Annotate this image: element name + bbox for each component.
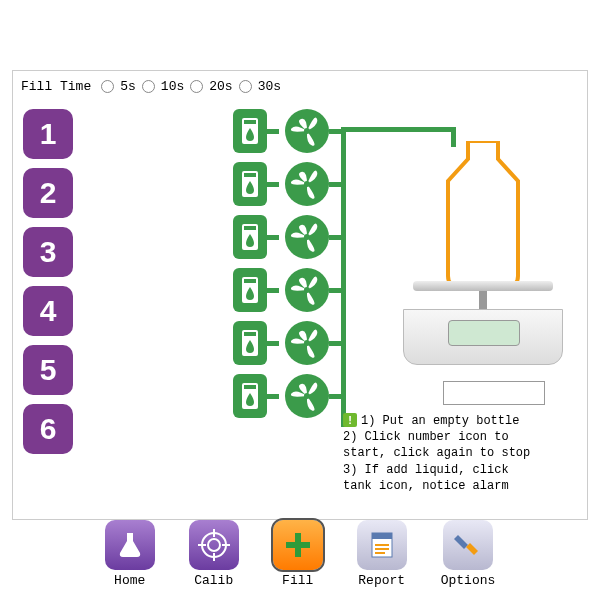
channel-row (233, 321, 341, 365)
channel-icons (233, 109, 341, 418)
channel-row (233, 268, 341, 312)
fill-time-opt: 5s (120, 79, 136, 94)
pump-icon[interactable] (285, 109, 329, 153)
instr-line: 1) Put an empty bottle (361, 414, 519, 428)
instr-line: 3) If add liquid, click (343, 463, 509, 477)
document-icon (357, 520, 407, 570)
connector (267, 341, 279, 346)
tank-icon[interactable] (233, 374, 267, 418)
svg-point-19 (208, 539, 220, 551)
tank-icon[interactable] (233, 215, 267, 259)
svg-rect-21 (372, 533, 392, 539)
connector (267, 182, 279, 187)
tank-icon[interactable] (233, 162, 267, 206)
connector (329, 129, 341, 134)
svg-point-17 (304, 393, 310, 399)
fill-time-radio-30s[interactable] (239, 80, 252, 93)
info-icon: ! (343, 413, 357, 427)
connector (267, 394, 279, 399)
target-icon (189, 520, 239, 570)
nav-home[interactable]: Home (105, 520, 155, 588)
nav-report[interactable]: Report (357, 520, 407, 588)
pipe-horz (341, 127, 451, 132)
channel-row (233, 374, 341, 418)
svg-rect-4 (244, 173, 256, 177)
connector (329, 235, 341, 240)
tank-icon[interactable] (233, 109, 267, 153)
nav-label: Fill (273, 573, 323, 588)
fill-time-radio-5s[interactable] (101, 80, 114, 93)
main-panel: Fill Time 5s 10s 20s 30s 1 2 3 4 5 6 !1)… (12, 70, 588, 520)
fill-time-radio-20s[interactable] (190, 80, 203, 93)
number-buttons: 1 2 3 4 5 6 (23, 109, 73, 454)
svg-point-5 (304, 181, 310, 187)
toolbar: Home Calib Fill Report Options (0, 520, 600, 588)
nav-options[interactable]: Options (441, 520, 496, 588)
instructions: !1) Put an empty bottle 2) Click number … (343, 413, 577, 494)
svg-rect-16 (244, 385, 256, 389)
channel-button-5[interactable]: 5 (23, 345, 73, 395)
pump-icon[interactable] (285, 321, 329, 365)
svg-point-2 (304, 128, 310, 134)
bottle-icon (428, 141, 538, 286)
fill-time-row: Fill Time 5s 10s 20s 30s (21, 79, 281, 94)
channel-row (233, 109, 341, 153)
instr-line: start, click again to stop (343, 446, 530, 460)
connector (329, 182, 341, 187)
nav-calib[interactable]: Calib (189, 520, 239, 588)
svg-rect-7 (244, 226, 256, 230)
connector (329, 394, 341, 399)
nav-label: Options (441, 573, 496, 588)
weight-input[interactable] (443, 381, 545, 405)
connector (267, 235, 279, 240)
fill-time-radio-10s[interactable] (142, 80, 155, 93)
svg-point-14 (304, 340, 310, 346)
nav-label: Report (357, 573, 407, 588)
channel-button-6[interactable]: 6 (23, 404, 73, 454)
svg-rect-10 (244, 279, 256, 283)
pump-icon[interactable] (285, 215, 329, 259)
pump-icon[interactable] (285, 162, 329, 206)
pipe-vert (341, 127, 346, 427)
pump-icon[interactable] (285, 374, 329, 418)
instr-line: 2) Click number icon to (343, 430, 509, 444)
channel-button-2[interactable]: 2 (23, 168, 73, 218)
channel-row (233, 215, 341, 259)
fill-time-opt: 30s (258, 79, 281, 94)
scale-display (448, 320, 520, 346)
nav-label: Calib (189, 573, 239, 588)
svg-rect-1 (244, 120, 256, 124)
connector (267, 288, 279, 293)
svg-point-11 (304, 287, 310, 293)
channel-button-1[interactable]: 1 (23, 109, 73, 159)
fill-time-label: Fill Time (21, 79, 91, 94)
tank-icon[interactable] (233, 268, 267, 312)
channel-button-3[interactable]: 3 (23, 227, 73, 277)
nav-label: Home (105, 573, 155, 588)
svg-point-8 (304, 234, 310, 240)
pump-icon[interactable] (285, 268, 329, 312)
tank-icon[interactable] (233, 321, 267, 365)
channel-button-4[interactable]: 4 (23, 286, 73, 336)
plus-icon (273, 520, 323, 570)
channel-row (233, 162, 341, 206)
svg-rect-13 (244, 332, 256, 336)
instr-line: tank icon, notice alarm (343, 479, 509, 493)
fill-time-opt: 10s (161, 79, 184, 94)
nav-fill[interactable]: Fill (273, 520, 323, 588)
scale-icon (403, 281, 563, 371)
tools-icon (443, 520, 493, 570)
flask-icon (105, 520, 155, 570)
connector (329, 288, 341, 293)
fill-time-opt: 20s (209, 79, 232, 94)
connector (267, 129, 279, 134)
connector (329, 341, 341, 346)
